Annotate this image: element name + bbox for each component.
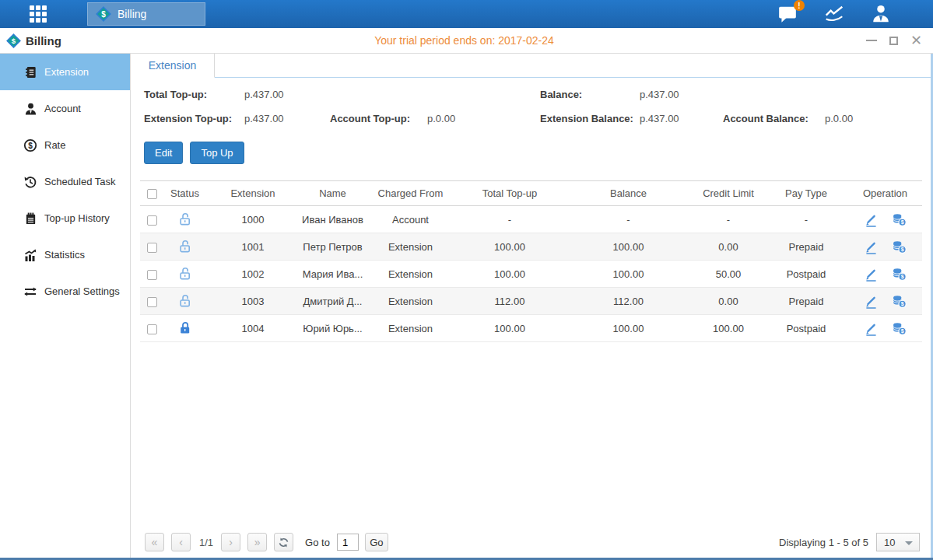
refresh-button[interactable] (274, 533, 293, 551)
cell-extension: 1003 (206, 288, 300, 315)
column-header-total-top-up[interactable]: Total Top-up (455, 181, 564, 206)
sidebar-item-label: Scheduled Task (44, 176, 116, 187)
edit-pencil-icon[interactable] (864, 321, 879, 336)
tab-extension[interactable]: Extension (131, 54, 215, 78)
first-page-button[interactable]: « (145, 533, 164, 551)
goto-label: Go to (305, 537, 330, 548)
goto-page-input[interactable] (337, 534, 359, 551)
sidebar-item-extension[interactable]: Extension (0, 54, 130, 90)
cell-charged-from: Extension (366, 315, 455, 342)
edit-button[interactable]: Edit (144, 142, 183, 164)
sidebar: Extension Account $ Rate Scheduled Task … (0, 54, 131, 558)
coin-icon: $ (23, 138, 37, 152)
prev-page-button[interactable]: ‹ (171, 533, 191, 551)
row-checkbox[interactable] (147, 297, 157, 307)
cell-extension: 1002 (206, 261, 300, 288)
column-header-extension[interactable]: Extension (206, 181, 300, 206)
sidebar-item-rate[interactable]: $ Rate (0, 127, 130, 163)
table-row: 1000 Иван Иванов Account - - - - $ (140, 206, 922, 233)
action-buttons: Edit Top Up (144, 142, 931, 164)
minimize-icon[interactable] (866, 40, 877, 41)
edit-pencil-icon[interactable] (864, 240, 879, 254)
cell-name: Мария Ива... (300, 261, 366, 288)
sidebar-item-top-up-history[interactable]: Top-up History (0, 200, 130, 236)
cell-charged-from: Extension (366, 261, 455, 288)
sidebar-item-statistics[interactable]: Statistics (0, 236, 130, 273)
cell-pay-type: Postpaid (764, 315, 848, 342)
cell-extension: 1004 (206, 315, 300, 342)
svg-text:$: $ (901, 301, 904, 307)
billing-app-tab[interactable]: $ Billing (87, 2, 205, 26)
cell-balance: - (564, 206, 693, 233)
topup-coins-icon[interactable]: $ (892, 240, 907, 254)
table-row: 1002 Мария Ива... Extension 100.00 100.0… (140, 261, 922, 288)
column-header-status[interactable]: Status (163, 181, 206, 206)
topup-coins-icon[interactable]: $ (892, 212, 907, 226)
cell-name: Иван Иванов (300, 206, 366, 233)
cell-total-topup: 100.00 (455, 315, 564, 342)
column-header-balance[interactable]: Balance (564, 181, 693, 206)
next-page-button[interactable]: › (221, 533, 240, 551)
lock-open-icon (178, 240, 192, 254)
account-topup-label: Account Top-up: (330, 113, 427, 124)
cell-name: Петр Петров (300, 233, 366, 261)
ledger-icon (23, 65, 37, 79)
column-header-operation[interactable]: Operation (848, 181, 922, 206)
top-up-button[interactable]: Top Up (190, 142, 244, 164)
svg-text:$: $ (901, 274, 904, 280)
top-app-bar: $ Billing ! (0, 0, 933, 28)
select-all-checkbox[interactable] (147, 189, 157, 199)
maximize-icon[interactable] (889, 37, 898, 45)
row-checkbox[interactable] (147, 215, 157, 226)
svg-text:$: $ (12, 36, 16, 44)
cell-name: Дмитрий Д... (300, 288, 366, 315)
sliders-icon (23, 285, 37, 299)
cell-charged-from: Extension (366, 233, 455, 261)
cell-balance: 112.00 (564, 288, 693, 315)
close-icon[interactable]: ✕ (910, 36, 922, 45)
topup-coins-icon[interactable]: $ (892, 267, 907, 281)
topup-coins-icon[interactable]: $ (892, 294, 907, 308)
extension-topup-label: Extension Top-up: (144, 113, 244, 124)
sidebar-item-account[interactable]: Account (0, 90, 130, 127)
billing-diamond-icon: $ (6, 33, 21, 48)
lock-open-icon (178, 294, 192, 308)
column-header-name[interactable]: Name (300, 181, 366, 206)
sidebar-item-general-settings[interactable]: General Settings (0, 273, 130, 310)
user-account-icon[interactable] (869, 4, 893, 24)
page-indicator: 1/1 (199, 537, 213, 548)
apps-grid-icon[interactable] (30, 5, 51, 23)
total-topup-label: Total Top-up: (144, 89, 244, 100)
billing-diamond-icon: $ (96, 6, 111, 22)
sidebar-item-scheduled-task[interactable]: Scheduled Task (0, 163, 130, 200)
last-page-button[interactable]: » (247, 533, 267, 551)
balance-value: p.437.00 (640, 89, 723, 100)
row-checkbox[interactable] (147, 243, 157, 253)
cell-credit-limit: 100.00 (693, 315, 764, 342)
window-title-group: $ Billing (6, 33, 185, 48)
cell-total-topup: 112.00 (455, 288, 564, 315)
billing-tab-label: Billing (118, 8, 146, 20)
tab-bar: Extension (131, 54, 931, 78)
page-size-select[interactable]: 10 (876, 533, 920, 551)
column-header-credit-limit[interactable]: Credit Limit (693, 181, 764, 206)
notification-badge: ! (794, 0, 805, 11)
topup-coins-icon[interactable]: $ (892, 321, 907, 335)
svg-text:$: $ (901, 219, 904, 226)
messages-icon[interactable]: ! (776, 4, 799, 24)
cell-charged-from: Account (366, 206, 455, 233)
stats-panel: Total Top-up: p.437.00 Extension Top-up:… (144, 89, 931, 137)
go-button[interactable]: Go (365, 533, 388, 551)
reports-chart-icon[interactable] (823, 4, 846, 24)
sidebar-item-label: General Settings (44, 285, 120, 297)
sidebar-item-label: Account (44, 103, 81, 114)
row-checkbox[interactable] (147, 270, 157, 280)
column-header-pay-type[interactable]: Pay Type (764, 181, 848, 206)
balance-label: Balance: (540, 89, 640, 100)
column-header-charged-from[interactable]: Charged From (366, 181, 455, 206)
edit-pencil-icon[interactable] (864, 212, 879, 227)
edit-pencil-icon[interactable] (864, 267, 879, 282)
window-title-bar: $ Billing Your trial period ends on: 201… (0, 28, 933, 54)
row-checkbox[interactable] (147, 324, 157, 334)
edit-pencil-icon[interactable] (864, 294, 879, 309)
